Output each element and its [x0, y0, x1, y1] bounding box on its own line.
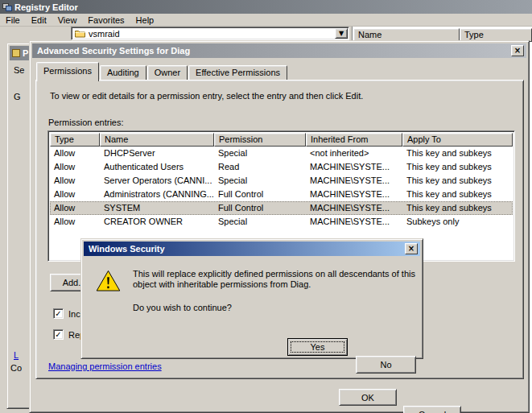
cell-permission: Full Control: [214, 201, 306, 215]
cell-permission: Special: [214, 174, 306, 188]
col-header-inherited-from[interactable]: Inherited From: [306, 133, 402, 147]
cell-inherited-from: MACHINE\SYSTE...: [306, 160, 402, 174]
advanced-dialog-titlebar[interactable]: Advanced Security Settings for Diag ×: [32, 43, 526, 58]
cell-inherited-from: MACHINE\SYSTE...: [306, 201, 402, 215]
cell-name: DHCPServer: [100, 147, 214, 160]
cell-name: CREATOR OWNER: [100, 215, 214, 229]
check-icon: ✓: [55, 310, 61, 318]
permission-row[interactable]: Allow DHCPServer Special <not inherited>…: [50, 147, 513, 160]
menu-view[interactable]: View: [52, 14, 83, 26]
cell-apply-to: This key and subkeys: [402, 147, 513, 160]
group-label-fragment: G: [14, 92, 21, 101]
replace-permissions-checkbox[interactable]: ✓: [53, 329, 64, 340]
security-tab-fragment: Se: [14, 65, 24, 75]
cell-permission: Full Control: [214, 188, 306, 201]
close-icon[interactable]: ×: [511, 45, 524, 56]
col-header-apply-to[interactable]: Apply To: [402, 133, 513, 147]
permission-row[interactable]: Allow Server Operators (CANNI... Special…: [50, 174, 513, 188]
permissions-dialog-icon: [12, 49, 20, 57]
cell-type: Allow: [50, 147, 100, 160]
no-button[interactable]: No: [356, 356, 416, 374]
screen: Registry Editor File Edit View Favorites…: [0, 0, 532, 413]
cell-name: Administrators (CANNING...: [100, 188, 214, 201]
cell-inherited-from: MACHINE\SYSTE...: [306, 188, 402, 201]
security-dialog-titlebar[interactable]: Windows Security ×: [84, 242, 420, 256]
permission-row[interactable]: Allow CREATOR OWNER Special MACHINE\SYST…: [50, 215, 513, 229]
registry-editor-titlebar[interactable]: Registry Editor: [0, 0, 532, 14]
cell-name: Server Operators (CANNI...: [100, 174, 214, 188]
cell-type: Allow: [50, 188, 100, 201]
cell-permission: Read: [214, 160, 306, 174]
advanced-dialog-title: Advanced Security Settings for Diag: [35, 46, 509, 56]
bottom-text-fragment: Co: [10, 363, 22, 373]
cell-name: SYSTEM: [100, 201, 214, 215]
folder-icon: [75, 29, 85, 38]
permission-entries-label: Permission entries:: [48, 118, 124, 127]
tab-owner[interactable]: Owner: [147, 65, 188, 80]
menu-file[interactable]: File: [0, 14, 26, 26]
yes-button[interactable]: Yes: [287, 338, 348, 356]
tab-strip: Permissions Auditing Owner Effective Per…: [36, 62, 288, 80]
permission-row[interactable]: Allow Authenticated Users Read MACHINE\S…: [50, 160, 513, 174]
cell-type: Allow: [50, 174, 100, 188]
cell-permission: Special: [214, 147, 306, 160]
combobox-dropdown-button[interactable]: ▼: [335, 28, 348, 39]
registry-menubar: File Edit View Favorites Help: [0, 14, 532, 27]
cell-inherited-from: MACHINE\SYSTE...: [306, 215, 402, 229]
windows-security-dialog: Windows Security × This will replace exp…: [80, 238, 423, 359]
security-dialog-title: Windows Security: [86, 244, 402, 254]
menu-help[interactable]: Help: [130, 14, 160, 26]
managing-permission-entries-link[interactable]: Managing permission entries: [48, 361, 162, 371]
cell-type: Allow: [50, 201, 100, 215]
cell-inherited-from: <not inherited>: [306, 147, 402, 160]
chevron-down-icon: ▼: [339, 31, 344, 37]
cell-apply-to: This key and subkeys: [402, 174, 513, 188]
permission-row[interactable]: Allow Administrators (CANNING... Full Co…: [50, 188, 513, 201]
link-fragment[interactable]: L: [14, 350, 19, 360]
tab-auditing[interactable]: Auditing: [100, 65, 146, 80]
col-header-type[interactable]: Type: [50, 133, 100, 147]
security-question: Do you wish to continue?: [133, 303, 232, 312]
key-combobox-value: vsmraid: [89, 29, 120, 39]
instruction-text: To view or edit details for a permission…: [50, 91, 363, 101]
warning-icon: [96, 270, 121, 292]
permission-row-selected[interactable]: Allow SYSTEM Full Control MACHINE\SYSTE.…: [50, 201, 513, 215]
col-header-permission[interactable]: Permission: [214, 133, 306, 147]
include-inheritable-checkbox[interactable]: ✓: [53, 308, 64, 319]
cell-permission: Special: [214, 215, 306, 229]
cell-inherited-from: MACHINE\SYSTE...: [306, 174, 402, 188]
registry-editor-icon: [2, 2, 12, 12]
ok-button[interactable]: OK: [339, 389, 397, 406]
cell-type: Allow: [50, 160, 100, 174]
cell-apply-to: Subkeys only: [402, 215, 513, 229]
tab-permissions[interactable]: Permissions: [36, 62, 99, 81]
permission-table-header: Type Name Permission Inherited From Appl…: [50, 133, 513, 147]
cell-apply-to: This key and subkeys: [402, 188, 513, 201]
col-header-name[interactable]: Name: [100, 133, 214, 147]
menu-favorites[interactable]: Favorites: [82, 14, 130, 26]
tab-effective-permissions[interactable]: Effective Permissions: [188, 65, 287, 80]
cell-name: Authenticated Users: [100, 160, 214, 174]
cancel-button[interactable]: Cancel: [403, 406, 461, 413]
cell-type: Allow: [50, 215, 100, 229]
check-icon: ✓: [55, 331, 61, 339]
close-icon[interactable]: ×: [405, 243, 418, 254]
menu-edit[interactable]: Edit: [26, 14, 52, 26]
cell-apply-to: This key and subkeys: [402, 160, 513, 174]
cell-apply-to: This key and subkeys: [402, 201, 513, 215]
security-message: This will replace explicitly defined per…: [133, 269, 416, 290]
registry-editor-title: Registry Editor: [14, 2, 530, 12]
key-combobox[interactable]: vsmraid ▼: [71, 27, 349, 40]
